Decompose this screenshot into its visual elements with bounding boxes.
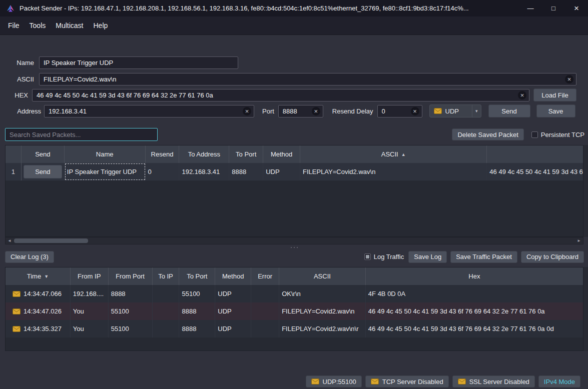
titlebar: Packet Sender - IPs: 192.168.47.1, 192.1…: [0, 0, 588, 16]
splitter-handle[interactable]: [0, 245, 588, 250]
checkbox-icon: [364, 254, 371, 260]
table-row[interactable]: 14:34:47.066 192.168.... 8888 55100 UDP …: [6, 285, 583, 302]
load-file-button[interactable]: Load File: [533, 88, 576, 102]
menu-file[interactable]: File: [3, 19, 25, 32]
minimize-button[interactable]: —: [519, 0, 542, 16]
col-time[interactable]: Time ▼: [6, 268, 71, 285]
row-send-button[interactable]: Send: [24, 165, 62, 178]
clear-log-button[interactable]: Clear Log (3): [5, 251, 54, 263]
col-method[interactable]: Method: [263, 146, 300, 163]
log-table-vertical-scrollbar[interactable]: [583, 267, 588, 351]
row-method-cell: UDP: [215, 302, 251, 320]
col-to-address[interactable]: To Address: [179, 146, 229, 163]
row-method-cell[interactable]: UDP: [263, 163, 300, 180]
col-to-port[interactable]: To Port: [229, 146, 263, 163]
row-to-port-cell: 8888: [179, 320, 215, 338]
clear-hex-icon[interactable]: ×: [518, 91, 526, 100]
row-from-port-cell: 8888: [109, 285, 153, 302]
ascii-input[interactable]: [39, 73, 576, 86]
row-to-ip-cell: [153, 285, 180, 302]
save-traffic-packet-button[interactable]: Save Traffic Packet: [450, 251, 517, 263]
row-ascii-cell: FILEPLAY=Covid2.wav\n\r: [279, 320, 366, 338]
row-name-cell[interactable]: IP Speaker Trigger UDP: [65, 163, 146, 180]
scroll-right-icon[interactable]: ►: [575, 238, 583, 243]
saved-table-horizontal-scrollbar[interactable]: ◄ ►: [5, 237, 583, 244]
col-ascii[interactable]: ASCII: [279, 268, 366, 285]
tcp-server-button[interactable]: TCP Server Disabled: [365, 376, 449, 388]
hex-input[interactable]: [32, 89, 529, 102]
traffic-log-table: Time ▼ From IP From Port To IP To Port M…: [5, 267, 583, 351]
row-from-ip-cell: You: [71, 320, 109, 338]
row-from-port-cell: 55100: [109, 302, 153, 320]
clear-resend-icon[interactable]: ×: [411, 107, 419, 116]
row-method-cell: UDP: [215, 285, 251, 302]
save-log-button[interactable]: Save Log: [408, 251, 447, 263]
row-method-cell: UDP: [215, 320, 251, 338]
row-to-port-cell: 55100: [179, 285, 215, 302]
menubar: File Tools Multicast Help: [0, 16, 588, 35]
save-button[interactable]: Save: [536, 104, 575, 118]
resend-delay-label: Resend Delay: [332, 108, 373, 115]
clear-ascii-icon[interactable]: ×: [565, 75, 573, 84]
row-resend-cell[interactable]: 0: [146, 163, 180, 180]
row-hex-cell[interactable]: 46 49 4c 45 50 4c 41 59 3d 43 6f 76 69 6…: [487, 163, 583, 180]
col-error[interactable]: Error: [251, 268, 279, 285]
time-value: 14:34:47.066: [24, 290, 62, 298]
ascii-label: ASCII: [5, 76, 34, 83]
menu-multicast[interactable]: Multicast: [51, 19, 88, 32]
window-controls: — □ ×: [519, 0, 588, 16]
row-from-ip-cell: You: [71, 302, 109, 320]
persistent-tcp-checkbox[interactable]: Persistent TCP: [531, 131, 584, 138]
log-traffic-checkbox[interactable]: Log Traffic: [364, 253, 404, 260]
row-to-address-cell[interactable]: 192.168.3.41: [179, 163, 229, 180]
search-input[interactable]: [5, 128, 158, 141]
col-hex[interactable]: Hex: [366, 268, 583, 285]
hex-label: HEX: [5, 92, 28, 99]
col-to-ip[interactable]: To IP: [153, 268, 180, 285]
protocol-value: UDP: [445, 108, 459, 115]
menu-help[interactable]: Help: [88, 19, 113, 32]
col-send[interactable]: Send: [22, 146, 65, 163]
menu-tools[interactable]: Tools: [25, 19, 51, 32]
col-time-label: Time: [27, 272, 41, 280]
name-input[interactable]: [39, 56, 238, 69]
col-name[interactable]: Name: [65, 146, 146, 163]
col-from-ip[interactable]: From IP: [71, 268, 109, 285]
maximize-button[interactable]: □: [542, 0, 565, 16]
corner-header: [6, 146, 22, 163]
clear-port-icon[interactable]: ×: [312, 107, 320, 116]
udp-server-button[interactable]: UDP:55100: [306, 376, 362, 388]
protocol-select[interactable]: UDP ▾: [429, 104, 481, 118]
name-row: Name: [5, 56, 576, 69]
row-error-cell: [251, 302, 279, 320]
log-toolbar: Clear Log (3) Log Traffic Save Log Save …: [5, 250, 584, 263]
ssl-server-button[interactable]: SSL Server Disabled: [452, 376, 535, 388]
row-from-ip-cell: 192.168....: [71, 285, 109, 302]
col-from-port[interactable]: From Port: [109, 268, 153, 285]
table-row[interactable]: 14:34:47.026 You 55100 8888 UDP FILEPLAY…: [6, 302, 583, 320]
col-method[interactable]: Method: [215, 268, 251, 285]
send-button[interactable]: Send: [488, 104, 530, 118]
saved-table-vertical-scrollbar[interactable]: [583, 145, 588, 237]
col-hex[interactable]: [487, 146, 583, 163]
copy-to-clipboard-button[interactable]: Copy to Clipboard: [521, 251, 584, 263]
row-to-port-cell[interactable]: 8888: [229, 163, 263, 180]
scroll-left-icon[interactable]: ◄: [6, 238, 14, 243]
col-resend[interactable]: Resend: [146, 146, 180, 163]
address-input[interactable]: [44, 105, 254, 118]
clear-address-icon[interactable]: ×: [243, 107, 251, 116]
delete-saved-packet-button[interactable]: Delete Saved Packet: [452, 128, 523, 140]
port-label: Port: [262, 108, 274, 115]
tcp-server-label: TCP Server Disabled: [382, 378, 443, 386]
sort-desc-icon: ▼: [44, 274, 49, 279]
scrollbar-handle[interactable]: [14, 238, 88, 243]
packet-icon: [434, 108, 442, 114]
row-number: 1: [6, 163, 22, 180]
row-ascii-cell[interactable]: FILEPLAY=Covid2.wav\n: [300, 163, 487, 180]
table-row[interactable]: 14:34:35.327 You 55100 8888 UDP FILEPLAY…: [6, 320, 583, 338]
col-to-port[interactable]: To Port: [179, 268, 215, 285]
col-ascii[interactable]: ASCII ▲: [300, 146, 487, 163]
ip-mode-button[interactable]: IPv4 Mode: [538, 376, 580, 388]
statusbar: UDP:55100 TCP Server Disabled SSL Server…: [0, 374, 588, 389]
close-button[interactable]: ×: [565, 0, 588, 16]
